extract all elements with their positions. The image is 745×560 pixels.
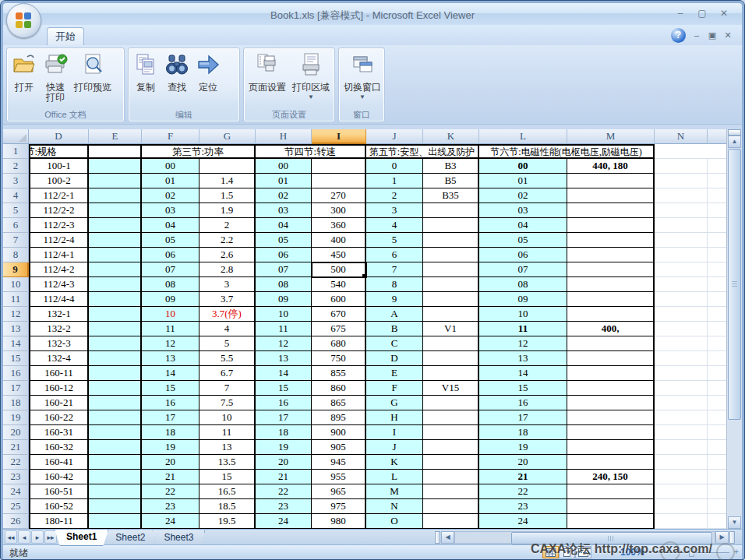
- cell-K17[interactable]: V15: [423, 381, 479, 396]
- cell-filler[interactable]: [708, 470, 729, 484]
- cell-F24[interactable]: 22: [142, 484, 199, 499]
- tab-home[interactable]: 开始: [47, 27, 84, 46]
- cell-L13[interactable]: 11: [479, 322, 567, 336]
- cell-E4[interactable]: [89, 188, 142, 203]
- cell-filler[interactable]: [708, 292, 729, 307]
- sheet-tab-sheet2[interactable]: Sheet2: [104, 530, 157, 546]
- cell-E21[interactable]: [89, 440, 142, 455]
- cell-K22[interactable]: [423, 455, 479, 470]
- cell-filler[interactable]: [708, 336, 729, 351]
- cell-K20[interactable]: [423, 425, 479, 440]
- cell-filler[interactable]: [708, 218, 729, 233]
- row-header-20[interactable]: 20: [3, 425, 29, 440]
- cell-L10[interactable]: 08: [479, 277, 567, 292]
- scroll-right-icon[interactable]: ▶: [715, 531, 729, 544]
- cell-F25[interactable]: 23: [142, 499, 199, 514]
- cell-filler[interactable]: [708, 203, 729, 218]
- cell-M14[interactable]: [567, 336, 655, 351]
- cell-N11[interactable]: [655, 292, 708, 307]
- cell-N22[interactable]: [655, 455, 708, 470]
- cell-L9[interactable]: 07: [479, 262, 567, 277]
- ribbon-button-查找[interactable]: 查找: [161, 51, 192, 93]
- column-header-E[interactable]: E: [89, 129, 142, 144]
- cell-N8[interactable]: [655, 248, 708, 262]
- cell-I11[interactable]: 600: [312, 292, 366, 307]
- cell-M17[interactable]: [567, 381, 655, 396]
- cell-H12[interactable]: 10: [256, 307, 312, 322]
- cell-F5[interactable]: 03: [142, 203, 199, 218]
- sheet-tab-sheet1[interactable]: Sheet1: [55, 530, 108, 546]
- cell-N21[interactable]: [655, 440, 708, 455]
- cell-I5[interactable]: 300: [312, 203, 366, 218]
- cell-D9[interactable]: 112/4-2: [29, 262, 89, 277]
- column-header-J[interactable]: J: [366, 129, 423, 144]
- cell-I4[interactable]: 270: [312, 188, 366, 203]
- cell-L26[interactable]: 24: [479, 514, 567, 529]
- cell-E6[interactable]: [89, 218, 142, 233]
- cell-L1-M1[interactable]: 节六节:电磁性能(电枢电压,励磁电压): [479, 144, 655, 159]
- cell-G14[interactable]: 5: [199, 336, 256, 351]
- cell-H14[interactable]: 12: [256, 336, 312, 351]
- cell-D5[interactable]: 112/2-2: [29, 203, 89, 218]
- cell-F3[interactable]: 01: [142, 174, 199, 188]
- cell-E9[interactable]: [89, 262, 142, 277]
- cell-M8[interactable]: [567, 248, 655, 262]
- cell-M6[interactable]: [567, 218, 655, 233]
- cell-J1-K1[interactable]: 第五节:安型、出线及防护: [366, 144, 479, 159]
- row-header-12[interactable]: 12: [3, 307, 29, 322]
- cell-filler[interactable]: [708, 455, 729, 470]
- cell-L6[interactable]: 04: [479, 218, 567, 233]
- cell-H1-I1[interactable]: 节四节:转速: [256, 144, 366, 159]
- cell-H5[interactable]: 03: [256, 203, 312, 218]
- horizontal-scrollbar[interactable]: ◀ ▶: [435, 531, 742, 544]
- row-header-15[interactable]: 15: [3, 351, 29, 366]
- cell-M21[interactable]: [567, 440, 655, 455]
- cell-D20[interactable]: 160-31: [29, 425, 89, 440]
- cell-H26[interactable]: 24: [256, 514, 312, 529]
- row-header-5[interactable]: 5: [3, 203, 29, 218]
- cell-F4[interactable]: 02: [142, 188, 199, 203]
- cell-J8[interactable]: 6: [366, 248, 423, 262]
- cell-E22[interactable]: [89, 455, 142, 470]
- cell-D25[interactable]: 160-52: [29, 499, 89, 514]
- cell-D4[interactable]: 112/2-1: [29, 188, 89, 203]
- cell-M12[interactable]: [567, 307, 655, 322]
- office-button[interactable]: [6, 3, 41, 38]
- ribbon-button-打印预览[interactable]: 打印预览: [71, 51, 115, 104]
- cell-I7[interactable]: 400: [312, 233, 366, 248]
- cell-M10[interactable]: [567, 277, 655, 292]
- cell-M23[interactable]: 240, 150: [567, 470, 655, 484]
- last-sheet-icon[interactable]: ▸▸: [44, 530, 57, 544]
- cell-filler[interactable]: [708, 514, 729, 529]
- cell-L8[interactable]: 06: [479, 248, 567, 262]
- cell-F10[interactable]: 08: [142, 277, 199, 292]
- cell-filler[interactable]: [708, 440, 729, 455]
- cell-F17[interactable]: 15: [142, 381, 199, 396]
- cell-N4[interactable]: [655, 188, 708, 203]
- row-header-19[interactable]: 19: [3, 410, 29, 425]
- cell-G25[interactable]: 18.5: [199, 499, 256, 514]
- cell-K15[interactable]: [423, 351, 479, 366]
- cell-J26[interactable]: O: [366, 514, 423, 529]
- cell-E1[interactable]: [89, 144, 142, 159]
- cell-H2[interactable]: 00: [256, 159, 312, 174]
- cell-D15[interactable]: 132-4: [29, 351, 89, 366]
- cell-H8[interactable]: 06: [256, 248, 312, 262]
- cell-M24[interactable]: [567, 484, 655, 499]
- cell-N7[interactable]: [655, 233, 708, 248]
- cell-I17[interactable]: 860: [312, 381, 366, 396]
- row-header-18[interactable]: 18: [3, 396, 29, 410]
- row-header-10[interactable]: 10: [3, 277, 29, 292]
- cell-I16[interactable]: 855: [312, 366, 366, 381]
- cell-N23[interactable]: [655, 470, 708, 484]
- cell-K14[interactable]: [423, 336, 479, 351]
- cell-G9[interactable]: 2.8: [199, 262, 256, 277]
- cell-filler[interactable]: [708, 322, 729, 336]
- cell-filler[interactable]: [708, 410, 729, 425]
- row-header-23[interactable]: 23: [3, 470, 29, 484]
- cell-E17[interactable]: [89, 381, 142, 396]
- first-sheet-icon[interactable]: ◂◂: [5, 530, 17, 544]
- cell-G4[interactable]: 1.5: [199, 188, 256, 203]
- cell-K4[interactable]: B35: [423, 188, 479, 203]
- cell-N15[interactable]: [655, 351, 708, 366]
